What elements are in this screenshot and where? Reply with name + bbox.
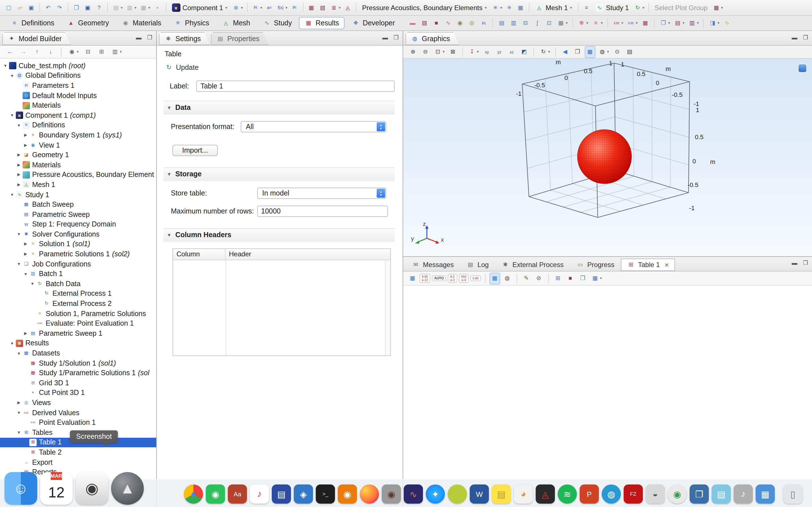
powerpoint-icon[interactable]: P	[580, 485, 599, 504]
table-scrollbar[interactable]	[385, 260, 390, 355]
float-panel-icon[interactable]: ❐	[147, 34, 152, 41]
down-arrow-icon[interactable]: ▼	[29, 282, 36, 286]
tree-item-view-1[interactable]: ▶◉View 1	[0, 140, 156, 150]
column-headers-table[interactable]: Column Header	[172, 248, 391, 356]
pie-chart-app-icon[interactable]: ◕	[514, 485, 533, 504]
ribbon-tab-geometry[interactable]: ▲Geometry	[61, 17, 115, 29]
tree-item-study-1[interactable]: ▼∿Study 1	[0, 189, 156, 200]
show-button[interactable]: ◉▾	[66, 46, 80, 58]
bottom-tab-table-1[interactable]: ⊞Table 1✕	[621, 259, 675, 271]
bottom-tab-progress[interactable]: ▭Progress	[570, 259, 620, 271]
data-section-header[interactable]: ▼ Data	[163, 101, 395, 114]
display-precision-button[interactable]: ◍	[502, 272, 513, 284]
right-arrow-icon[interactable]: ▶	[16, 173, 22, 177]
add-physics-button[interactable]: ✳▾	[490, 2, 503, 13]
dictionary-icon[interactable]: Aa	[228, 485, 247, 504]
tables-ribbon-button[interactable]: ▦	[640, 17, 651, 29]
audacity-icon[interactable]: ∿	[404, 485, 423, 504]
down-arrow-icon[interactable]: ▼	[9, 74, 15, 78]
right-arrow-icon[interactable]: ▶	[22, 242, 29, 246]
evaluate-global-button[interactable]: ⊟	[520, 17, 531, 29]
list-app-icon[interactable]: ▤	[712, 485, 731, 504]
table-settings-button[interactable]: ▦	[407, 272, 418, 284]
drive-app-icon[interactable]: ▦	[756, 485, 775, 504]
minimize-panel-icon[interactable]: ▬	[136, 34, 142, 41]
chrome-icon[interactable]: ●	[184, 485, 203, 504]
undo-button[interactable]: ↶	[43, 2, 54, 13]
clear-table-button[interactable]: ⊘	[534, 272, 544, 284]
photos-icon[interactable]: ◈	[294, 485, 313, 504]
down-arrow-icon[interactable]: ▼	[16, 262, 22, 266]
audio-app-icon[interactable]: ♪	[733, 485, 753, 504]
tree-item-views[interactable]: ▶◎Views	[0, 398, 156, 407]
3d-plot-group-button[interactable]: ▧	[419, 17, 430, 29]
sphere-app-icon[interactable]: ◉	[668, 485, 687, 504]
tree-item-export[interactable]: →Export	[0, 457, 156, 467]
down-arrow-icon[interactable]: ▼	[9, 193, 15, 196]
table-grid-button[interactable]: ▦▾	[556, 17, 569, 29]
compute-button[interactable]: =	[581, 2, 592, 13]
filezilla-icon[interactable]: FZ	[624, 485, 643, 504]
gimp-icon[interactable]: ◉	[382, 485, 401, 504]
precision-auto-button[interactable]: AUTO	[432, 275, 446, 281]
right-arrow-icon[interactable]: ▶	[16, 153, 22, 157]
tree-item-definitions[interactable]: ▼≡Definitions	[0, 120, 156, 130]
ribbon-tab-study[interactable]: ∿Study	[257, 17, 297, 29]
plot-point-button[interactable]: ◉	[455, 17, 465, 29]
max-rows-input[interactable]	[257, 206, 388, 217]
tree-item-table-2[interactable]: ⊞Table 2	[0, 447, 156, 457]
evaluate-point-button[interactable]: ▥	[508, 17, 519, 29]
graphics-canvas[interactable]: m0.5110-0.5-1m0.50-0.5-110.50m-0.5-1 z y…	[403, 59, 812, 256]
tree-item-grid-3d-1[interactable]: ⊞Grid 3D 1	[0, 378, 156, 388]
blender-icon[interactable]: ◉	[338, 485, 357, 504]
component-selector[interactable]: ▣Component 1▾	[169, 2, 230, 13]
collapse-all-button[interactable]: ⊟	[83, 46, 93, 58]
zoom-extents-button[interactable]: ⊠	[448, 46, 458, 58]
down-arrow-icon[interactable]: ▼	[16, 123, 22, 127]
tree-item-cube-test-mph[interactable]: ▼Cube_test.mph(root)	[0, 61, 156, 71]
acrobat-icon[interactable]: ◬	[536, 485, 555, 504]
down-arrow-icon[interactable]: ▼	[16, 232, 22, 236]
back-button[interactable]: ←	[4, 46, 15, 58]
plot-table-button[interactable]: ■	[565, 272, 576, 284]
tree-item-global-definitions[interactable]: ▼◍Global Definitions	[0, 71, 156, 80]
expand-all-button[interactable]: ⊞	[96, 46, 107, 58]
firefox-icon[interactable]	[360, 485, 379, 504]
spotify-icon[interactable]: ≋	[558, 485, 577, 504]
functions-button[interactable]: f(x)▾	[275, 2, 289, 13]
tree-item-parametric-sweep[interactable]: ▤Parametric Sweep	[0, 210, 156, 219]
plot-surface-button[interactable]: ■	[431, 17, 442, 29]
model-tree-collapse-button[interactable]: ▦▾	[138, 2, 151, 13]
right-arrow-icon[interactable]: ▶	[16, 163, 22, 167]
float-panel-icon[interactable]: ❐	[803, 260, 808, 266]
redo-button[interactable]: ↷	[54, 2, 65, 13]
trash-icon[interactable]: ▯	[783, 485, 802, 504]
down-arrow-icon[interactable]: ▼	[16, 351, 22, 355]
evaluate-all-button[interactable]: 8.85▾	[626, 17, 639, 29]
launchpad-icon[interactable]: ▲	[111, 472, 144, 505]
green-app-icon[interactable]	[448, 485, 467, 504]
windows-button[interactable]: ▣	[82, 2, 93, 13]
import-button[interactable]: Import...	[172, 145, 218, 156]
tab-settings[interactable]: ✱ Settings	[159, 32, 210, 45]
copy-button[interactable]: ❐	[71, 2, 82, 13]
import-geometry-button[interactable]: ◬	[342, 2, 353, 13]
bottom-tab-messages[interactable]: ✉Messages	[406, 259, 459, 271]
minimize-panel-icon[interactable]: ▬	[382, 34, 388, 41]
matrix-button[interactable]: ▦	[515, 2, 526, 13]
tree-item-materials[interactable]: Materials	[0, 101, 156, 110]
tree-item-default-model-inputs[interactable]: ◇Default Model Inputs	[0, 91, 156, 101]
label-input[interactable]	[197, 80, 395, 92]
tree-item-batch-sweep[interactable]: ▦Batch Sweep	[0, 200, 156, 210]
tree-item-materials[interactable]: ▶Materials	[0, 160, 156, 170]
copy-table-button[interactable]: ⊞	[553, 272, 563, 284]
float-panel-icon[interactable]: ❐	[394, 34, 399, 41]
more-datasets-button[interactable]: ≡▾	[591, 17, 604, 29]
open-file-button[interactable]: ▱	[15, 2, 26, 13]
tree-item-job-configurations[interactable]: ▼❏Job Configurations	[0, 259, 156, 269]
tree-item-parametric-solutions-1[interactable]: ▶=Parametric Solutions 1(sol2)	[0, 249, 156, 259]
evaluate-group-button[interactable]: ▤	[497, 17, 507, 29]
books-icon[interactable]: ▤	[272, 485, 291, 504]
right-arrow-icon[interactable]: ▶	[16, 182, 22, 187]
float-panel-icon[interactable]: ❐	[803, 34, 808, 41]
